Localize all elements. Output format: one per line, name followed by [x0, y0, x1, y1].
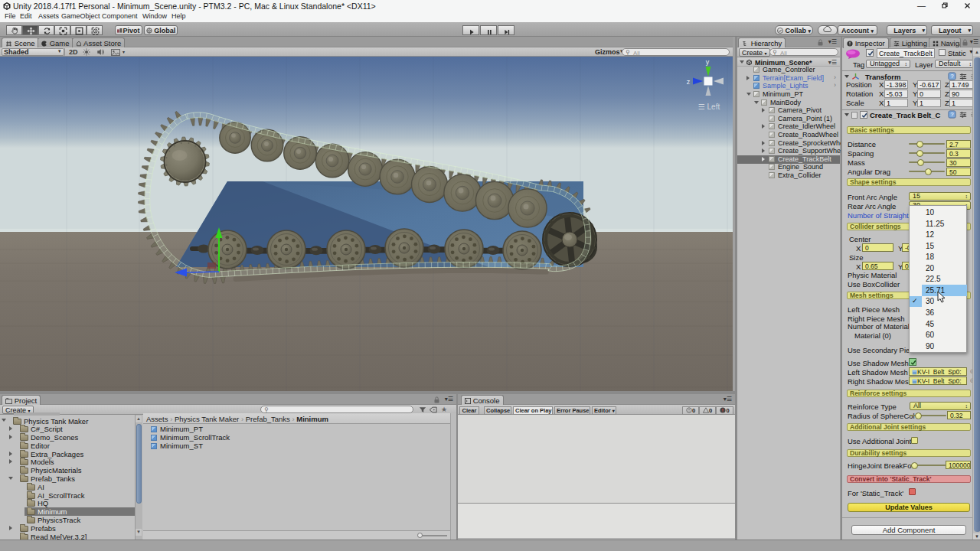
svg-text:?: ? [950, 73, 953, 80]
svg-text:?: ? [950, 111, 953, 118]
svg-text:y: y [706, 58, 710, 66]
svg-text:z: z [687, 78, 691, 86]
svg-text:☰ Left: ☰ Left [698, 103, 720, 111]
